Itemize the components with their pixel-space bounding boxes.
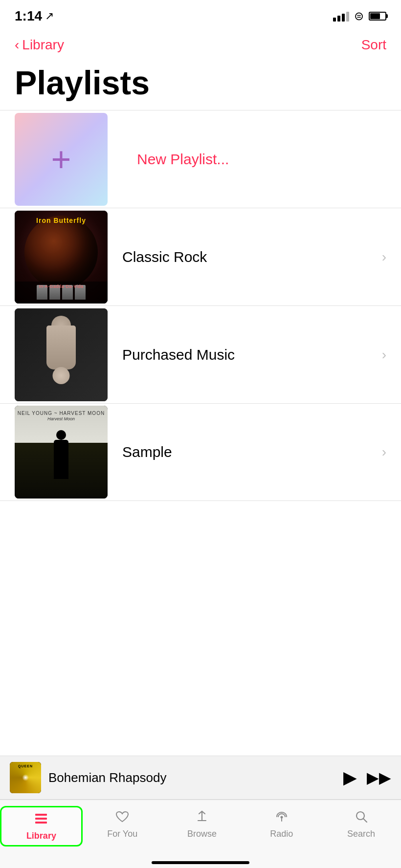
sample-name: Sample: [122, 444, 172, 460]
mini-player-controls: ▶ ▶▶: [343, 767, 391, 788]
mini-player-title: Bohemian Rhapsody: [48, 770, 336, 785]
tab-bar: Library For You Browse Radio: [0, 800, 401, 868]
sort-button[interactable]: Sort: [361, 37, 386, 53]
signal-icon: [333, 11, 349, 22]
status-time: 1:14: [15, 8, 42, 24]
radio-icon: [273, 810, 290, 826]
nav-bar: ‹ Library Sort: [0, 29, 401, 61]
svg-rect-1: [35, 818, 47, 820]
svg-rect-2: [35, 822, 47, 824]
mini-album-art: [10, 762, 41, 793]
purchased-music-thumb: [15, 308, 108, 401]
svg-line-6: [363, 819, 367, 822]
sample-thumb: NEIL YOUNG ~ HARVEST MOON Harvest Moon: [15, 406, 108, 499]
tab-for-you-label: For You: [107, 829, 137, 839]
tab-radio-label: Radio: [270, 829, 293, 839]
location-icon: ↗: [45, 10, 54, 22]
sample-info: Sample ›: [122, 444, 386, 460]
tab-search-label: Search: [347, 829, 375, 839]
battery-icon: [369, 12, 386, 21]
tab-library[interactable]: Library: [0, 806, 83, 846]
new-playlist-thumb: +: [15, 113, 108, 206]
playlist-list: + New Playlist... Iron Butterfly In-A-Ga…: [0, 110, 401, 501]
purchased-music-chevron-icon: ›: [382, 347, 386, 363]
page-title-section: Playlists: [0, 61, 401, 110]
status-bar: 1:14 ↗ ⊜: [0, 0, 401, 29]
back-chevron-icon: ‹: [15, 37, 19, 53]
status-icons: ⊜: [333, 9, 386, 23]
svg-rect-0: [35, 814, 47, 816]
tab-browse[interactable]: Browse: [162, 806, 242, 843]
tab-for-you[interactable]: For You: [83, 806, 162, 843]
home-indicator: [152, 861, 249, 864]
back-button[interactable]: ‹ Library: [15, 37, 64, 53]
new-playlist-label: New Playlist...: [137, 151, 229, 168]
tab-library-label: Library: [26, 831, 56, 841]
playlist-item-sample[interactable]: NEIL YOUNG ~ HARVEST MOON Harvest Moon S…: [0, 403, 401, 501]
wifi-icon: ⊜: [354, 9, 364, 23]
classic-rock-info: Classic Rock ›: [122, 249, 386, 265]
playlist-item-purchased-music[interactable]: Purchased Music ›: [0, 305, 401, 403]
mini-player[interactable]: Bohemian Rhapsody ▶ ▶▶: [0, 756, 401, 800]
tab-search[interactable]: Search: [321, 806, 401, 843]
for-you-icon: [114, 810, 130, 826]
new-playlist-plus-icon: +: [51, 142, 71, 176]
new-playlist-info: New Playlist...: [122, 151, 386, 168]
tab-browse-label: Browse: [187, 829, 217, 839]
sample-chevron-icon: ›: [382, 444, 386, 460]
search-icon: [354, 810, 369, 826]
new-playlist-item[interactable]: + New Playlist...: [0, 110, 401, 208]
mini-play-button[interactable]: ▶: [343, 767, 357, 788]
playlist-item-classic-rock[interactable]: Iron Butterfly In-A-Gadda-Da-Vida Classi…: [0, 208, 401, 305]
back-label: Library: [22, 37, 64, 53]
purchased-music-name: Purchased Music: [122, 347, 235, 363]
mini-forward-button[interactable]: ▶▶: [367, 768, 391, 787]
classic-rock-chevron-icon: ›: [382, 249, 386, 265]
classic-rock-name: Classic Rock: [122, 249, 207, 265]
tab-radio[interactable]: Radio: [242, 806, 321, 843]
classic-rock-thumb: Iron Butterfly In-A-Gadda-Da-Vida: [15, 211, 108, 304]
library-icon: [33, 811, 49, 828]
purchased-music-info: Purchased Music ›: [122, 347, 386, 363]
browse-icon: [194, 810, 210, 826]
page-title: Playlists: [15, 65, 386, 100]
